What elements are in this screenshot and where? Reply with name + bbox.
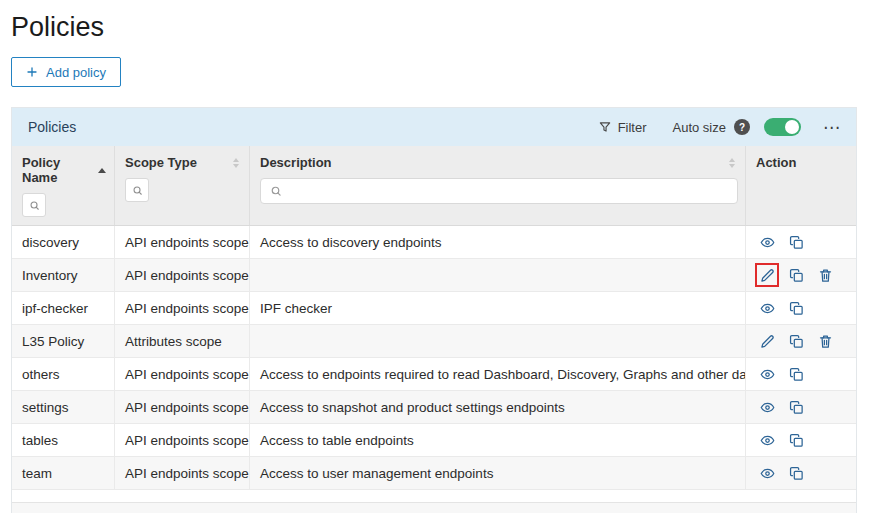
panel-title: Policies (28, 119, 76, 135)
sort-icon (729, 158, 737, 168)
copy-policy-button[interactable] (788, 432, 804, 448)
scope-type-cell: API endpoints scope (115, 424, 250, 456)
scope-type-cell: API endpoints scope (115, 259, 250, 291)
copy-icon (789, 466, 804, 481)
scope-type-cell: API endpoints scope (115, 457, 250, 489)
column-header-action: Action (756, 155, 848, 170)
description-cell: IPF checker (250, 292, 746, 324)
copy-policy-button[interactable] (788, 333, 804, 349)
column-header-scope-type[interactable]: Scope Type (125, 155, 241, 170)
column-label: Policy Name (22, 155, 91, 185)
help-icon[interactable]: ? (734, 119, 750, 135)
view-policy-button[interactable] (759, 399, 775, 415)
copy-policy-button[interactable] (788, 366, 804, 382)
description-cell: Access to user management endpoints (250, 457, 746, 489)
action-cell (746, 424, 856, 456)
sort-icon (233, 158, 241, 168)
description-search-input[interactable] (289, 184, 728, 199)
policy-name-cell: L35 Policy (12, 325, 115, 357)
edit-policy-button[interactable] (759, 333, 775, 349)
description-cell: Access to snapshot and product settings … (250, 391, 746, 423)
delete-policy-button[interactable] (817, 333, 833, 349)
policy-name-cell: discovery (12, 226, 115, 258)
table-body: discovery API endpoints scope Access to … (12, 226, 856, 490)
column-label: Description (260, 155, 332, 170)
table-row-others: others API endpoints scope Access to end… (12, 358, 856, 391)
eye-icon (760, 235, 775, 250)
copy-policy-button[interactable] (788, 399, 804, 415)
copy-policy-button[interactable] (788, 300, 804, 316)
ellipsis-icon[interactable]: ⋯ (823, 119, 840, 136)
description-cell (250, 259, 746, 291)
description-cell: Access to table endpoints (250, 424, 746, 456)
copy-icon (789, 235, 804, 250)
copy-icon (789, 334, 804, 349)
action-cell (746, 358, 856, 390)
copy-icon (789, 268, 804, 283)
table-row-inventory: Inventory API endpoints scope (12, 259, 856, 292)
table-row-ipf-checker: ipf-checker API endpoints scope IPF chec… (12, 292, 856, 325)
copy-policy-button[interactable] (788, 465, 804, 481)
description-cell (250, 325, 746, 357)
copy-policy-button[interactable] (788, 267, 804, 283)
action-cell (746, 391, 856, 423)
page-title: Policies (11, 12, 857, 43)
panel-gap (12, 490, 856, 502)
table-row-settings: settings API endpoints scope Access to s… (12, 391, 856, 424)
eye-icon (760, 367, 775, 382)
panel-controls: Filter Auto size ? ⋯ (598, 118, 840, 136)
autosize-toggle[interactable] (764, 118, 801, 136)
column-label: Scope Type (125, 155, 197, 170)
copy-icon (789, 367, 804, 382)
table-footer: 8 items total (12, 502, 856, 513)
add-policy-button[interactable]: Add policy (11, 57, 121, 87)
view-policy-button[interactable] (759, 366, 775, 382)
scope-type-cell: API endpoints scope (115, 226, 250, 258)
policy-name-cell: tables (12, 424, 115, 456)
copy-icon (789, 400, 804, 415)
column-action: Action (746, 146, 856, 225)
view-policy-button[interactable] (759, 234, 775, 250)
table-row-l35-policy: L35 Policy Attributes scope (12, 325, 856, 358)
action-cell (746, 226, 856, 258)
trash-icon (818, 334, 833, 349)
filter-label: Filter (618, 120, 647, 135)
description-cell: Access to endpoints required to read Das… (250, 358, 746, 390)
plus-icon (26, 66, 38, 78)
action-cell (746, 259, 856, 291)
action-cell (746, 325, 856, 357)
policy-name-search-input[interactable] (22, 193, 46, 217)
eye-icon (760, 301, 775, 316)
pencil-icon (760, 268, 775, 283)
view-policy-button[interactable] (759, 465, 775, 481)
search-icon (132, 185, 143, 196)
autosize-control: Auto size ? (673, 118, 801, 136)
column-label: Action (756, 155, 796, 170)
table-row-team: team API endpoints scope Access to user … (12, 457, 856, 490)
table-header: Policy Name Scope Type (12, 146, 856, 226)
description-search-box (260, 178, 738, 204)
view-policy-button[interactable] (759, 300, 775, 316)
delete-policy-button[interactable] (817, 267, 833, 283)
policy-name-cell: team (12, 457, 115, 489)
column-header-description[interactable]: Description (260, 155, 737, 170)
description-cell: Access to discovery endpoints (250, 226, 746, 258)
copy-policy-button[interactable] (788, 234, 804, 250)
sort-ascending-icon (98, 168, 106, 173)
eye-icon (760, 433, 775, 448)
view-policy-button[interactable] (759, 432, 775, 448)
trash-icon (818, 268, 833, 283)
copy-icon (789, 301, 804, 316)
filter-button[interactable]: Filter (598, 120, 647, 135)
edit-policy-button-highlighted[interactable] (759, 267, 775, 283)
eye-icon (760, 400, 775, 415)
filter-icon (598, 120, 612, 134)
column-header-policy-name[interactable]: Policy Name (22, 155, 106, 185)
add-policy-label: Add policy (46, 65, 106, 80)
action-cell (746, 457, 856, 489)
action-cell (746, 292, 856, 324)
policies-page: Policies Add policy Policies Filter Auto… (0, 0, 870, 513)
policy-name-cell: Inventory (12, 259, 115, 291)
scope-type-cell: Attributes scope (115, 325, 250, 357)
scope-type-search-input[interactable] (125, 178, 149, 202)
